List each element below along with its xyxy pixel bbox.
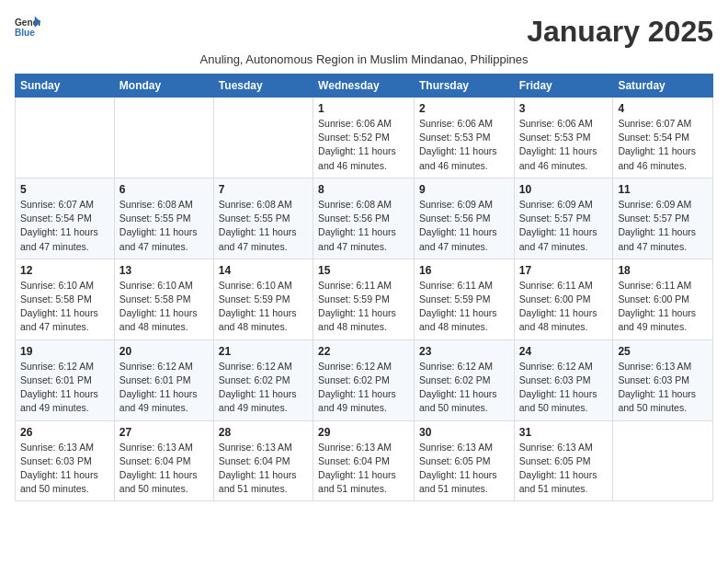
- day-cell: 23Sunrise: 6:12 AMSunset: 6:02 PMDayligh…: [414, 339, 514, 420]
- day-cell: 18Sunrise: 6:11 AMSunset: 6:00 PMDayligh…: [613, 259, 713, 339]
- week-row-4: 19Sunrise: 6:12 AMSunset: 6:01 PMDayligh…: [16, 339, 713, 420]
- day-detail: Sunrise: 6:11 AMSunset: 6:00 PMDaylight:…: [519, 279, 609, 335]
- day-detail: Sunrise: 6:06 AMSunset: 5:53 PMDaylight:…: [519, 117, 609, 173]
- day-number: 17: [519, 264, 609, 277]
- day-detail: Sunrise: 6:13 AMSunset: 6:04 PMDaylight:…: [119, 441, 209, 497]
- day-cell: [114, 98, 213, 178]
- day-number: 5: [20, 183, 109, 196]
- day-detail: Sunrise: 6:11 AMSunset: 6:00 PMDaylight:…: [618, 279, 708, 335]
- day-cell: 13Sunrise: 6:10 AMSunset: 5:58 PMDayligh…: [114, 259, 213, 339]
- day-detail: Sunrise: 6:12 AMSunset: 6:02 PMDaylight:…: [318, 360, 409, 416]
- day-cell: 20Sunrise: 6:12 AMSunset: 6:01 PMDayligh…: [114, 339, 213, 420]
- day-number: 8: [318, 183, 409, 196]
- day-cell: 9Sunrise: 6:09 AMSunset: 5:56 PMDaylight…: [414, 178, 514, 259]
- day-detail: Sunrise: 6:12 AMSunset: 6:01 PMDaylight:…: [20, 360, 109, 416]
- day-number: 26: [20, 426, 109, 439]
- day-cell: 27Sunrise: 6:13 AMSunset: 6:04 PMDayligh…: [114, 420, 213, 501]
- week-row-5: 26Sunrise: 6:13 AMSunset: 6:03 PMDayligh…: [16, 420, 713, 501]
- day-cell: 11Sunrise: 6:09 AMSunset: 5:57 PMDayligh…: [613, 178, 713, 259]
- day-cell: [213, 98, 313, 178]
- day-detail: Sunrise: 6:09 AMSunset: 5:56 PMDaylight:…: [419, 198, 509, 254]
- day-cell: [16, 98, 115, 178]
- month-title: January 2025: [527, 15, 713, 49]
- day-cell: 6Sunrise: 6:08 AMSunset: 5:55 PMDaylight…: [114, 178, 213, 259]
- day-cell: [613, 420, 713, 501]
- day-detail: Sunrise: 6:13 AMSunset: 6:04 PMDaylight:…: [219, 441, 308, 497]
- day-number: 18: [618, 264, 708, 277]
- day-cell: 25Sunrise: 6:13 AMSunset: 6:03 PMDayligh…: [613, 339, 713, 420]
- day-detail: Sunrise: 6:06 AMSunset: 5:53 PMDaylight:…: [419, 117, 509, 173]
- day-number: 3: [519, 102, 609, 115]
- day-detail: Sunrise: 6:06 AMSunset: 5:52 PMDaylight:…: [318, 117, 409, 173]
- day-number: 29: [318, 426, 409, 439]
- day-cell: 4Sunrise: 6:07 AMSunset: 5:54 PMDaylight…: [613, 98, 713, 178]
- col-header-monday: Monday: [114, 75, 213, 98]
- day-detail: Sunrise: 6:12 AMSunset: 6:02 PMDaylight:…: [419, 360, 509, 416]
- day-number: 25: [618, 345, 708, 358]
- day-cell: 29Sunrise: 6:13 AMSunset: 6:04 PMDayligh…: [313, 420, 415, 501]
- day-detail: Sunrise: 6:11 AMSunset: 5:59 PMDaylight:…: [318, 279, 409, 335]
- col-header-sunday: Sunday: [16, 75, 115, 98]
- logo: General Blue: [15, 15, 40, 40]
- day-cell: 1Sunrise: 6:06 AMSunset: 5:52 PMDaylight…: [313, 98, 415, 178]
- day-detail: Sunrise: 6:12 AMSunset: 6:03 PMDaylight:…: [519, 360, 609, 416]
- day-cell: 3Sunrise: 6:06 AMSunset: 5:53 PMDaylight…: [514, 98, 613, 178]
- day-detail: Sunrise: 6:13 AMSunset: 6:03 PMDaylight:…: [20, 441, 109, 497]
- day-cell: 15Sunrise: 6:11 AMSunset: 5:59 PMDayligh…: [313, 259, 415, 339]
- day-detail: Sunrise: 6:13 AMSunset: 6:05 PMDaylight:…: [419, 441, 509, 497]
- day-cell: 8Sunrise: 6:08 AMSunset: 5:56 PMDaylight…: [313, 178, 415, 259]
- day-detail: Sunrise: 6:12 AMSunset: 6:01 PMDaylight:…: [119, 360, 209, 416]
- day-cell: 2Sunrise: 6:06 AMSunset: 5:53 PMDaylight…: [414, 98, 514, 178]
- day-number: 24: [519, 345, 609, 358]
- day-detail: Sunrise: 6:10 AMSunset: 5:58 PMDaylight:…: [119, 279, 209, 335]
- week-row-2: 5Sunrise: 6:07 AMSunset: 5:54 PMDaylight…: [16, 178, 713, 259]
- day-number: 28: [219, 426, 308, 439]
- subtitle: Anuling, Autonomous Region in Muslim Min…: [15, 52, 713, 66]
- col-header-friday: Friday: [514, 75, 613, 98]
- week-row-3: 12Sunrise: 6:10 AMSunset: 5:58 PMDayligh…: [16, 259, 713, 339]
- day-number: 7: [219, 183, 308, 196]
- day-number: 15: [318, 264, 409, 277]
- day-cell: 21Sunrise: 6:12 AMSunset: 6:02 PMDayligh…: [213, 339, 313, 420]
- day-detail: Sunrise: 6:08 AMSunset: 5:55 PMDaylight:…: [219, 198, 308, 254]
- day-detail: Sunrise: 6:08 AMSunset: 5:56 PMDaylight:…: [318, 198, 409, 254]
- calendar-table: SundayMondayTuesdayWednesdayThursdayFrid…: [15, 74, 713, 501]
- day-detail: Sunrise: 6:08 AMSunset: 5:55 PMDaylight:…: [119, 198, 209, 254]
- day-cell: 24Sunrise: 6:12 AMSunset: 6:03 PMDayligh…: [514, 339, 613, 420]
- day-number: 10: [519, 183, 609, 196]
- day-cell: 5Sunrise: 6:07 AMSunset: 5:54 PMDaylight…: [16, 178, 115, 259]
- day-cell: 17Sunrise: 6:11 AMSunset: 6:00 PMDayligh…: [514, 259, 613, 339]
- day-cell: 31Sunrise: 6:13 AMSunset: 6:05 PMDayligh…: [514, 420, 613, 501]
- day-number: 16: [419, 264, 509, 277]
- day-number: 13: [119, 264, 209, 277]
- svg-text:Blue: Blue: [15, 28, 35, 38]
- day-detail: Sunrise: 6:07 AMSunset: 5:54 PMDaylight:…: [20, 198, 109, 254]
- day-cell: 16Sunrise: 6:11 AMSunset: 5:59 PMDayligh…: [414, 259, 514, 339]
- day-detail: Sunrise: 6:10 AMSunset: 5:58 PMDaylight:…: [20, 279, 109, 335]
- day-number: 14: [219, 264, 308, 277]
- day-detail: Sunrise: 6:13 AMSunset: 6:05 PMDaylight:…: [519, 441, 609, 497]
- day-number: 1: [318, 102, 409, 115]
- day-number: 6: [119, 183, 209, 196]
- day-cell: 30Sunrise: 6:13 AMSunset: 6:05 PMDayligh…: [414, 420, 514, 501]
- day-detail: Sunrise: 6:09 AMSunset: 5:57 PMDaylight:…: [618, 198, 708, 254]
- day-number: 2: [419, 102, 509, 115]
- col-header-saturday: Saturday: [613, 75, 713, 98]
- day-cell: 7Sunrise: 6:08 AMSunset: 5:55 PMDaylight…: [213, 178, 313, 259]
- day-detail: Sunrise: 6:09 AMSunset: 5:57 PMDaylight:…: [519, 198, 609, 254]
- day-cell: 22Sunrise: 6:12 AMSunset: 6:02 PMDayligh…: [313, 339, 415, 420]
- day-detail: Sunrise: 6:11 AMSunset: 5:59 PMDaylight:…: [419, 279, 509, 335]
- col-header-tuesday: Tuesday: [213, 75, 313, 98]
- week-row-1: 1Sunrise: 6:06 AMSunset: 5:52 PMDaylight…: [16, 98, 713, 178]
- day-cell: 14Sunrise: 6:10 AMSunset: 5:59 PMDayligh…: [213, 259, 313, 339]
- day-number: 30: [419, 426, 509, 439]
- day-number: 21: [219, 345, 308, 358]
- day-cell: 10Sunrise: 6:09 AMSunset: 5:57 PMDayligh…: [514, 178, 613, 259]
- logo-icon: General Blue: [15, 15, 40, 40]
- day-number: 19: [20, 345, 109, 358]
- col-header-wednesday: Wednesday: [313, 75, 415, 98]
- day-cell: 12Sunrise: 6:10 AMSunset: 5:58 PMDayligh…: [16, 259, 115, 339]
- day-number: 31: [519, 426, 609, 439]
- day-number: 20: [119, 345, 209, 358]
- day-number: 23: [419, 345, 509, 358]
